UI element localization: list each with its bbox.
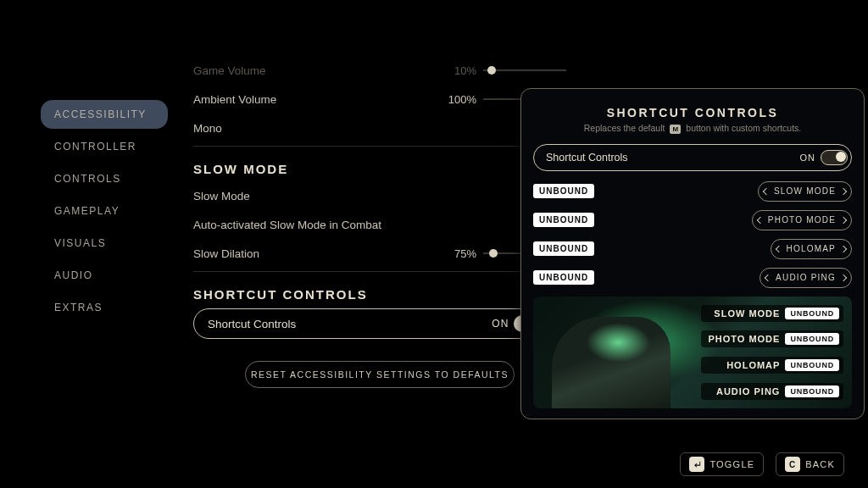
action-selector[interactable]: PHOTO MODE — [752, 210, 852, 230]
sidebar-item-controls[interactable]: CONTROLS — [41, 164, 168, 193]
label-slow-mode: Slow Mode — [193, 190, 537, 202]
shortcut-controls-panel: SHORTCUT CONTROLS Replaces the default M… — [520, 88, 865, 419]
character-silhouette-icon — [552, 317, 670, 408]
value-ambient-volume: 100% — [431, 93, 483, 106]
action-label: HOLOMAP — [787, 244, 836, 253]
sidebar-item-extras[interactable]: EXTRAS — [41, 293, 168, 322]
value-slow-dilation: 75% — [431, 247, 483, 260]
panel-sub-pre: Replaces the default — [584, 123, 665, 133]
row-shortcut-controls[interactable]: Shortcut Controls ON MOD — [193, 308, 566, 339]
overlay-row: PHOTO MODE UNBOUND — [701, 330, 843, 347]
reset-accessibility-button[interactable]: RESET ACCESSIBILITY SETTINGS TO DEFAULTS — [245, 361, 515, 388]
bind-row-audio-ping[interactable]: UNBOUND AUDIO PING — [533, 266, 852, 290]
action-label: SLOW MODE — [774, 186, 836, 196]
toggle-switch[interactable] — [821, 150, 848, 165]
c-key-icon: C — [785, 457, 800, 472]
label-auto-slow-combat: Auto-activated Slow Mode in Combat — [193, 219, 537, 231]
overlay-label: PHOTO MODE — [708, 334, 780, 344]
chevron-right-icon[interactable] — [840, 274, 847, 280]
overlay-label: AUDIO PING — [716, 386, 780, 396]
row-game-volume[interactable]: Game Volume 10% — [193, 56, 566, 85]
overlay-keychip: UNBOUND — [785, 359, 839, 371]
heading-slow-mode: SLOW MODE — [193, 162, 566, 176]
row-slow-mode[interactable]: Slow Mode OFF — [193, 181, 566, 210]
sidebar-item-accessibility[interactable]: ACCESSIBILITY — [41, 100, 168, 129]
row-auto-slow-combat[interactable]: Auto-activated Slow Mode in Combat OFF — [193, 210, 566, 239]
value-game-volume: 10% — [431, 64, 483, 77]
chevron-left-icon[interactable] — [775, 245, 782, 252]
chevron-left-icon[interactable] — [765, 274, 771, 280]
overlay-label: SLOW MODE — [714, 308, 780, 319]
label-game-volume: Game Volume — [193, 64, 431, 77]
overlay-keychip: UNBOUND — [785, 385, 839, 397]
panel-subtitle: Replaces the default M button with custo… — [533, 123, 852, 134]
settings-content: Game Volume 10% Ambient Volume 100% Mono… — [193, 56, 566, 388]
panel-toggle-label: Shortcut Controls — [546, 152, 800, 164]
panel-toggle-row[interactable]: Shortcut Controls ON — [533, 144, 852, 171]
action-selector[interactable]: SLOW MODE — [758, 181, 852, 202]
label-shortcut-controls: Shortcut Controls — [208, 318, 492, 330]
sidebar-item-audio[interactable]: AUDIO — [41, 261, 168, 290]
enter-key-icon — [689, 457, 704, 472]
overlay-row: SLOW MODE UNBOUND — [701, 305, 843, 322]
bind-key[interactable]: UNBOUND — [533, 213, 594, 227]
sidebar-item-gameplay[interactable]: GAMEPLAY — [41, 197, 168, 225]
bind-key[interactable]: UNBOUND — [533, 241, 594, 256]
chevron-left-icon[interactable] — [757, 216, 764, 223]
bind-key[interactable]: UNBOUND — [533, 184, 594, 198]
preview-overlay: SLOW MODE UNBOUND PHOTO MODE UNBOUND HOL… — [701, 305, 843, 400]
overlay-label: HOLOMAP — [726, 360, 780, 370]
panel-title: SHORTCUT CONTROLS — [533, 106, 852, 119]
settings-sidebar: ACCESSIBILITY CONTROLLER CONTROLS GAMEPL… — [41, 100, 168, 325]
bind-row-holomap[interactable]: UNBOUND HOLOMAP — [533, 237, 852, 261]
overlay-row: HOLOMAP UNBOUND — [701, 357, 843, 374]
chevron-right-icon[interactable] — [840, 187, 847, 194]
bind-row-slow-mode[interactable]: UNBOUND SLOW MODE — [533, 180, 852, 203]
row-slow-dilation[interactable]: Slow Dilation 75% — [193, 239, 566, 268]
overlay-keychip: UNBOUND — [785, 333, 839, 345]
label-mono: Mono — [193, 122, 537, 135]
sidebar-item-visuals[interactable]: VISUALS — [41, 229, 168, 258]
row-mono[interactable]: Mono OFF — [193, 114, 566, 142]
bind-key[interactable]: UNBOUND — [533, 270, 594, 285]
bind-row-photo-mode[interactable]: UNBOUND PHOTO MODE — [533, 208, 852, 232]
overlay-row: AUDIO PING UNBOUND — [701, 383, 843, 400]
action-selector[interactable]: HOLOMAP — [771, 239, 852, 259]
overlay-keychip: UNBOUND — [785, 308, 839, 319]
panel-toggle-state: ON — [800, 152, 816, 163]
footer-hints: TOGGLE C BACK — [680, 452, 844, 476]
chevron-right-icon[interactable] — [840, 245, 847, 252]
action-label: PHOTO MODE — [768, 215, 836, 225]
panel-sub-key-icon: M — [670, 125, 681, 134]
action-label: AUDIO PING — [776, 273, 836, 282]
state-shortcut-controls: ON — [492, 318, 509, 330]
divider — [193, 146, 566, 147]
preview-image: SLOW MODE UNBOUND PHOTO MODE UNBOUND HOL… — [533, 297, 852, 408]
chevron-right-icon[interactable] — [840, 216, 847, 223]
heading-shortcut-controls: SHORTCUT CONTROLS — [193, 287, 566, 302]
row-ambient-volume[interactable]: Ambient Volume 100% — [193, 85, 566, 114]
label-ambient-volume: Ambient Volume — [193, 93, 431, 106]
chevron-left-icon[interactable] — [763, 187, 770, 194]
hint-toggle[interactable]: TOGGLE — [680, 452, 764, 476]
hint-back[interactable]: C BACK — [776, 452, 844, 476]
panel-sub-post: button with custom shortcuts. — [686, 123, 801, 133]
label-slow-dilation: Slow Dilation — [193, 247, 431, 260]
slider-game-volume[interactable] — [483, 69, 566, 71]
divider — [193, 271, 566, 272]
hint-back-label: BACK — [805, 459, 835, 469]
action-selector[interactable]: AUDIO PING — [760, 268, 852, 288]
sidebar-item-controller[interactable]: CONTROLLER — [41, 132, 168, 161]
hint-toggle-label: TOGGLE — [709, 459, 754, 469]
